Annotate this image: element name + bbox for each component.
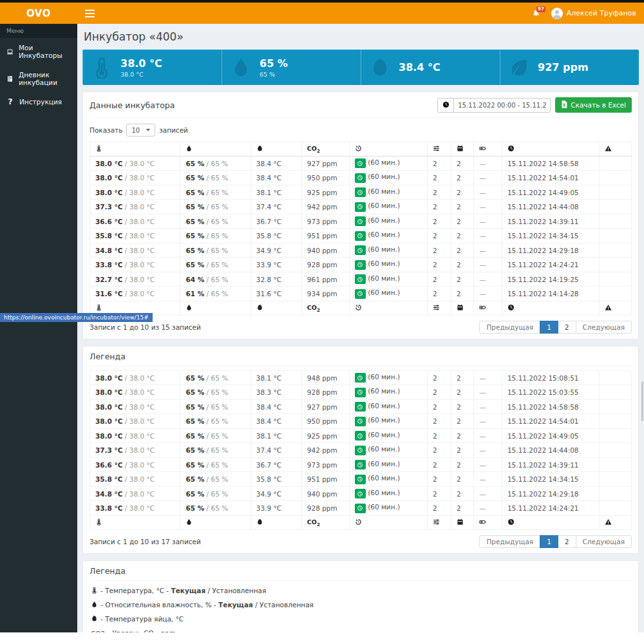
thermometer-icon <box>95 304 102 311</box>
cell-co2: 942 ppm <box>301 443 349 458</box>
pagination-page-2[interactable]: 2 <box>558 535 576 548</box>
app-logo[interactable]: OVO <box>0 3 77 24</box>
turn-on-badge <box>355 460 366 469</box>
cell-program: 2 <box>427 385 451 400</box>
scrollbar-thumb[interactable] <box>641 381 643 421</box>
cell-battery: — <box>474 272 502 287</box>
cell-temperature: 34.8 °C / 38.0 °C <box>90 486 180 501</box>
cell-co2: 961 ppm <box>301 272 349 287</box>
cell-incubation-day: 2 <box>451 287 473 301</box>
sidebar-item[interactable]: ? Инструкция <box>0 92 77 111</box>
cell-co2: 948 ppm <box>301 370 349 385</box>
egg-icon <box>256 518 263 526</box>
legend-item: - Относительная влажность, % - Текущая /… <box>91 601 630 609</box>
cell-auto-turn: (60 мин.) <box>349 156 427 171</box>
pagination-page-1[interactable]: 1 <box>540 535 558 548</box>
sidebar-item[interactable]: Дневник инкубации <box>0 65 77 92</box>
pagination-page-1[interactable]: 1 <box>540 321 558 334</box>
pagination-prev-button[interactable]: Предыдущая <box>479 321 540 334</box>
cell-auto-turn: (60 мин.) <box>349 258 427 272</box>
cell-battery: — <box>474 486 502 501</box>
cell-datetime: 15.11.2022 15:03:55 <box>502 385 599 400</box>
cell-co2: 950 ppm <box>301 171 349 185</box>
sidebar-item[interactable]: Мои Инкубаторы <box>0 38 77 65</box>
cell-incubation-day: 2 <box>451 200 473 214</box>
cell-errors <box>600 185 632 200</box>
cell-program: 2 <box>427 272 451 287</box>
cell-humidity: 65 % / 65 % <box>180 171 251 185</box>
cell-egg-temperature: 34.9 °C <box>251 243 301 258</box>
cell-egg-temperature: 38.1 °C <box>251 370 301 385</box>
cell-humidity: 65 % / 65 % <box>180 229 251 243</box>
cell-incubation-day: 2 <box>451 156 473 171</box>
cell-battery: — <box>474 501 502 516</box>
cell-program: 2 <box>427 486 451 501</box>
pagination-page-2[interactable]: 2 <box>558 321 576 334</box>
cell-temperature: 35.8 °C / 38.0 °C <box>90 472 180 487</box>
cell-egg-temperature: 36.7 °C <box>251 214 301 229</box>
cell-humidity: 65 % / 65 % <box>180 200 251 214</box>
warning-icon <box>605 518 612 526</box>
cell-incubation-day: 2 <box>451 171 473 185</box>
page-length-select[interactable]: 10 <box>126 124 155 137</box>
pagination-prev-button[interactable]: Предыдущая <box>479 535 540 548</box>
turn-on-badge <box>355 431 366 440</box>
date-range-button[interactable] <box>437 98 454 113</box>
cell-auto-turn: (60 мин.) <box>349 443 427 458</box>
cell-auto-turn: (60 мин.) <box>349 287 427 301</box>
cell-egg-temperature: 37.4 °C <box>251 200 301 214</box>
table-row: 35.8 °C / 38.0 °C 65 % / 65 % 35.8 °C 95… <box>90 229 632 243</box>
cell-humidity: 65 % / 65 % <box>180 443 251 458</box>
stat-value: 65 % <box>260 57 288 70</box>
turn-on-badge <box>355 417 366 426</box>
cell-errors <box>600 287 632 301</box>
cell-incubation-day: 2 <box>451 457 473 472</box>
cell-errors <box>600 156 632 171</box>
stat-value: 38.0 °C <box>120 57 162 70</box>
page-bottom <box>0 632 644 644</box>
legend-panel: Легенда - Температура, °C - Текущая / Ус… <box>82 560 639 632</box>
turn-on-badge <box>355 216 366 226</box>
calendar-icon <box>457 304 464 311</box>
cell-humidity: 65 % / 65 % <box>180 414 251 429</box>
thermometer-icon <box>91 587 98 595</box>
panel-title: Легенда <box>90 352 126 361</box>
cell-battery: — <box>474 214 502 229</box>
cell-temperature: 38.0 °C / 38.0 °C <box>90 385 180 400</box>
cell-datetime: 15.11.2022 14:14:28 <box>502 287 599 301</box>
cell-humidity: 65 % / 65 % <box>180 370 251 385</box>
cell-humidity: 65 % / 65 % <box>180 428 251 443</box>
download-excel-button[interactable]: Скачать в Excel <box>555 97 632 113</box>
humidity-icon <box>185 518 193 526</box>
cell-humidity: 65 % / 65 % <box>180 185 251 200</box>
cell-temperature: 38.0 °C / 38.0 °C <box>90 414 180 429</box>
cell-egg-temperature: 38.1 °C <box>251 185 301 200</box>
cell-datetime: 15.11.2022 14:29:18 <box>502 243 599 258</box>
battery-icon <box>479 518 486 526</box>
turn-on-badge <box>355 231 366 241</box>
cell-auto-turn: (60 мин.) <box>349 486 427 501</box>
user-menu[interactable]: Алексей Труфанов <box>551 8 636 19</box>
turn-on-badge <box>355 274 366 284</box>
humidity-icon <box>185 145 193 152</box>
cell-datetime: 15.11.2022 14:58:58 <box>502 156 599 171</box>
pagination-next-button[interactable]: Следующая <box>576 535 632 548</box>
notifications-button[interactable]: 97 <box>532 8 541 19</box>
cell-humidity: 65 % / 65 % <box>180 486 251 501</box>
pagination: Предыдущая 1 2 Следующая <box>480 321 632 334</box>
cell-temperature: 36.6 °C / 38.0 °C <box>90 214 180 229</box>
stat-card: 38.0 °C 38.0 °C <box>82 50 222 85</box>
date-range-input[interactable] <box>454 98 551 113</box>
turn-on-badge <box>355 260 366 270</box>
program-icon <box>433 145 440 152</box>
cell-program: 2 <box>427 501 451 516</box>
turn-on-badge <box>355 475 366 484</box>
table-row: 31.6 °C / 38.0 °C 61 % / 65 % 31.6 °C 93… <box>90 287 632 301</box>
sidebar: Меню Мои Инкубаторы Дневник инкубации ? … <box>0 24 77 632</box>
cell-temperature: 33.8 °C / 38.0 °C <box>90 501 180 516</box>
turn-on-badge <box>355 489 366 498</box>
sidebar-toggle-button[interactable] <box>85 10 95 17</box>
pagination-next-button[interactable]: Следующая <box>576 321 632 334</box>
table-row: 33.8 °C / 38.0 °C 65 % / 65 % 33.9 °C 92… <box>90 258 632 272</box>
cell-auto-turn: (60 мин.) <box>349 214 427 229</box>
